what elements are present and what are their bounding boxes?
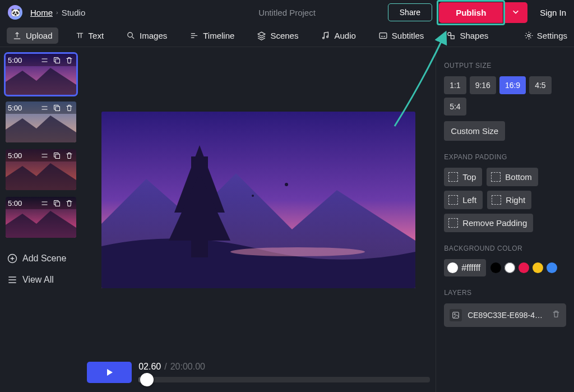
pad-left-button[interactable]: Left <box>444 191 483 209</box>
sign-in-link[interactable]: Sign In <box>540 8 566 17</box>
ratio-button[interactable]: 5:4 <box>444 98 466 116</box>
svg-rect-21 <box>453 312 459 319</box>
pad-right-button[interactable]: Right <box>487 191 531 209</box>
scene-card[interactable]: 5:00 <box>6 197 76 238</box>
color-swatch[interactable] <box>490 262 501 273</box>
toolbar-label: Shapes <box>460 31 488 40</box>
toolbar-timeline[interactable]: Timeline <box>184 27 240 44</box>
scene-card[interactable]: 5:00 <box>6 54 76 95</box>
pad-icon <box>448 195 458 205</box>
search-icon <box>126 31 136 40</box>
remove-padding-button[interactable]: Remove Padding <box>444 214 533 232</box>
reorder-icon[interactable] <box>39 103 49 113</box>
toolbar-scenes[interactable]: Scenes <box>251 27 304 44</box>
color-swatch[interactable] <box>547 262 557 273</box>
color-input[interactable]: #ffffff <box>444 259 486 276</box>
svg-rect-8 <box>55 59 60 63</box>
share-button[interactable]: Share <box>388 3 432 21</box>
timeline-icon <box>189 31 199 40</box>
toolbar-label: Text <box>89 31 104 40</box>
toolbar-label: Audio <box>334 31 355 40</box>
play-button[interactable] <box>87 362 132 383</box>
trash-icon[interactable] <box>64 103 74 113</box>
section-output-size: OUTPUT SIZE <box>444 62 566 70</box>
publish-dropdown-button[interactable] <box>504 2 527 23</box>
reorder-icon[interactable] <box>39 55 49 65</box>
trash-icon[interactable] <box>64 55 74 65</box>
toolbar-shapes[interactable]: Shapes <box>441 27 494 44</box>
section-layers: LAYERS <box>444 289 566 297</box>
canvas-preview[interactable] <box>101 112 415 288</box>
toolbar-label: Images <box>140 31 167 40</box>
svg-rect-14 <box>55 202 60 206</box>
duplicate-icon[interactable] <box>52 150 62 160</box>
home-link[interactable]: Home <box>30 8 53 17</box>
toolbar-label: Subtitles <box>392 31 424 40</box>
ratio-button[interactable]: 16:9 <box>499 76 526 94</box>
toolbar-text[interactable]: Text <box>70 27 110 44</box>
scene-duration: 5:00 <box>8 104 22 112</box>
project-title[interactable]: Untitled Project <box>258 8 316 17</box>
pad-top-button[interactable]: Top <box>444 168 482 186</box>
toolbar-label: Timeline <box>203 31 234 40</box>
layer-item[interactable]: CE89C33E-E698-4C2D-… <box>444 303 566 327</box>
breadcrumb: Home › Studio <box>30 8 85 17</box>
color-swatch[interactable] <box>504 262 515 273</box>
ratio-button[interactable]: 4:5 <box>529 76 551 94</box>
time-current: 02.60 <box>138 362 161 371</box>
seek-thumb[interactable] <box>140 373 154 386</box>
color-hex: #ffffff <box>461 263 480 273</box>
reorder-icon[interactable] <box>39 150 49 160</box>
section-expand-padding: EXPAND PADDING <box>444 153 566 161</box>
reorder-icon[interactable] <box>39 198 49 208</box>
color-swatch[interactable] <box>519 262 529 273</box>
publish-button[interactable]: Publish <box>439 2 503 23</box>
duplicate-icon[interactable] <box>52 103 62 113</box>
seek-track[interactable] <box>138 376 430 384</box>
pad-icon <box>492 195 501 205</box>
duplicate-icon[interactable] <box>52 198 62 208</box>
shapes-icon <box>446 31 456 40</box>
toolbar-subtitles[interactable]: Subtitles <box>373 27 430 44</box>
scene-duration: 5:00 <box>8 56 22 64</box>
trash-icon[interactable] <box>64 198 74 208</box>
view-all-button[interactable]: View All <box>6 273 78 287</box>
color-preview <box>447 262 458 273</box>
svg-point-2 <box>327 36 328 38</box>
layer-name: CE89C33E-E698-4C2D-… <box>467 311 546 320</box>
pad-icon <box>491 172 501 182</box>
svg-point-20 <box>252 195 254 197</box>
toolbar-settings[interactable]: Settings <box>524 31 567 40</box>
svg-point-6 <box>527 34 530 36</box>
custom-size-button[interactable]: Custom Size <box>444 121 505 141</box>
toolbar: Upload Text Images Timeline Scenes Audio… <box>0 25 574 47</box>
app-header: 🐼 Home › Studio Untitled Project Share P… <box>0 0 574 25</box>
delete-layer-button[interactable] <box>552 310 561 321</box>
layers-icon <box>257 31 266 40</box>
ratio-button[interactable]: 1:1 <box>444 76 466 94</box>
scene-card[interactable]: 5:00 <box>6 102 76 142</box>
subtitles-icon <box>378 31 388 40</box>
toolbar-images[interactable]: Images <box>121 27 173 44</box>
scene-duration: 5:00 <box>8 199 22 207</box>
toolbar-audio[interactable]: Audio <box>315 27 361 44</box>
gear-icon <box>524 31 534 40</box>
pad-icon <box>448 218 458 228</box>
add-scene-button[interactable]: Add Scene <box>6 251 78 266</box>
svg-rect-3 <box>379 33 387 39</box>
section-background-color: BACKGROUND COLOR <box>444 245 566 252</box>
image-icon <box>450 309 462 321</box>
avatar[interactable]: 🐼 <box>8 5 22 20</box>
svg-rect-10 <box>55 107 60 111</box>
duplicate-icon[interactable] <box>52 55 62 65</box>
pad-bottom-button[interactable]: Bottom <box>487 168 538 186</box>
color-swatch[interactable] <box>533 262 543 273</box>
scene-card[interactable]: 5:00 <box>6 149 76 190</box>
properties-panel: OUTPUT SIZE 1:19:1616:94:55:4 Custom Siz… <box>436 47 574 392</box>
music-icon <box>321 31 330 40</box>
toolbar-label: Settings <box>537 31 567 40</box>
ratio-button[interactable]: 9:16 <box>470 76 496 94</box>
view-all-label: View All <box>22 275 54 285</box>
trash-icon[interactable] <box>64 150 74 160</box>
toolbar-upload[interactable]: Upload <box>7 27 58 44</box>
